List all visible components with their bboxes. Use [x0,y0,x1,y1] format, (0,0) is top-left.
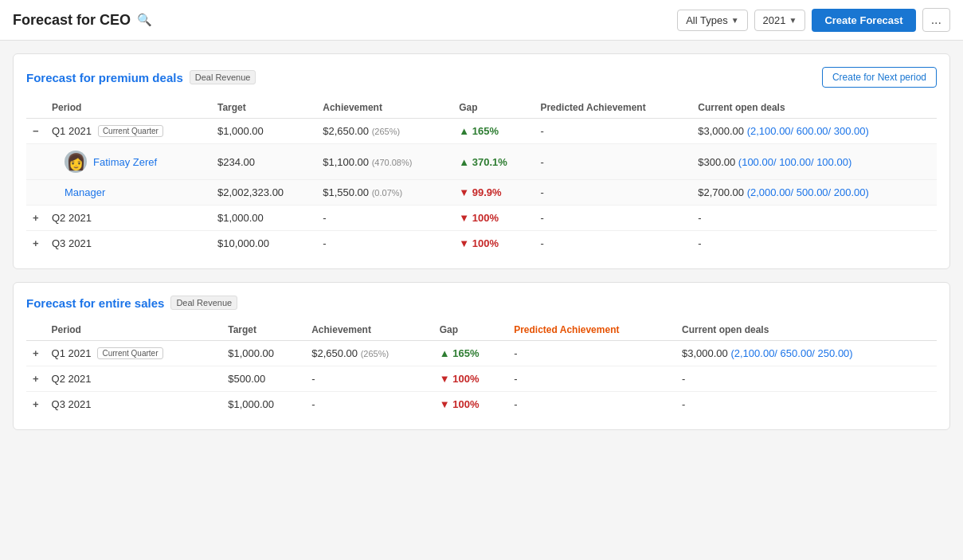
achievement-cell: - [316,206,452,231]
predicted-cell: - [534,144,691,180]
gap-cell: ▲ 370.1% [452,144,534,180]
forecast-premium-section: Forecast for premium deals Deal Revenue … [13,53,950,269]
col-open-deals: Current open deals [675,319,937,341]
section-header-premium: Forecast for premium deals Deal Revenue … [26,67,937,88]
premium-table-header: Period Target Achievement Gap Predicted … [26,97,937,119]
achievement-cell: - [316,231,452,257]
create-forecast-button[interactable]: Create Forecast [812,9,915,32]
predicted-cell: - [534,231,691,257]
target-cell: $10,000.00 [211,231,316,257]
table-row: + Q2 2021 $500.00 - ▼ 100% - - [26,366,937,392]
row-expand[interactable]: + [26,366,45,392]
col-achievement: Achievement [316,97,452,119]
target-cell: $1,000.00 [221,392,305,417]
entire-table: Period Target Achievement Gap Predicted … [26,319,937,417]
more-options-button[interactable]: ... [922,8,950,32]
table-row: + Q2 2021 $1,000.00 - ▼ 100% - - [26,206,937,231]
create-next-period-button[interactable]: Create for Next period [822,67,937,88]
section-badge-premium: Deal Revenue [190,70,256,84]
open-deals-cell: $3,000.00 (2,100.00/ 650.00/ 250.00) [675,341,937,366]
target-cell: $500.00 [221,366,305,392]
col-target: Target [221,319,305,341]
col-predicted: Predicted Achievement [507,319,675,341]
col-target: Target [211,97,316,119]
col-expand [26,319,45,341]
section-title-entire: Forecast for entire sales [26,296,164,310]
row-expand[interactable]: + [26,341,45,366]
row-expand[interactable]: − [26,119,45,144]
target-cell: $2,002,323.00 [211,180,316,206]
gap-cell: ▲ 165% [452,119,534,144]
target-cell: $234.00 [211,144,316,180]
header-left: Forecast for CEO 🔍 [13,12,152,29]
predicted-cell: - [507,341,675,366]
period-cell: Q3 2021 [45,231,211,257]
predicted-cell: - [507,366,675,392]
achievement-cell: - [305,366,433,392]
entire-table-body: + Q1 2021 Current Quarter $1,000.00 $2,6… [26,341,937,417]
gap-cell: ▼ 99.9% [452,180,534,206]
year-dropdown[interactable]: 2021 ▼ [754,10,806,31]
gap-cell: ▼ 100% [452,231,534,257]
target-cell: $1,000.00 [211,206,316,231]
row-expand[interactable]: + [26,231,45,257]
table-row: Manager $2,002,323.00 $1,550.00 (0.07%) … [26,180,937,206]
col-period: Period [45,319,222,341]
open-deals-cell: $300.00 (100.00/ 100.00/ 100.00) [691,144,937,180]
avatar: 👩 [65,151,87,173]
open-deals-cell: - [675,392,937,417]
premium-table: Period Target Achievement Gap Predicted … [26,97,937,256]
achievement-cell: $1,550.00 (0.07%) [316,180,452,206]
row-indent [26,180,45,206]
period-cell: 👩 Fatimay Zeref [45,144,211,180]
predicted-cell: - [507,392,675,417]
table-row: + Q3 2021 $1,000.00 - ▼ 100% - - [26,392,937,417]
target-cell: $1,000.00 [221,341,305,366]
col-achievement: Achievement [305,319,433,341]
col-expand [26,97,45,119]
row-expand[interactable]: + [26,392,45,417]
period-cell: Q2 2021 [45,366,222,392]
target-cell: $1,000.00 [211,119,316,144]
col-open-deals: Current open deals [691,97,937,119]
gap-cell: ▼ 100% [452,206,534,231]
open-deals-cell: $3,000.00 (2,100.00/ 600.00/ 300.00) [691,119,937,144]
search-icon[interactable]: 🔍 [137,13,152,27]
predicted-cell: - [534,180,691,206]
open-deals-cell: $2,700.00 (2,000.00/ 500.00/ 200.00) [691,180,937,206]
gap-cell: ▲ 165% [433,341,507,366]
all-types-dropdown[interactable]: All Types ▼ [677,10,747,31]
section-badge-entire: Deal Revenue [170,296,237,310]
forecast-entire-section: Forecast for entire sales Deal Revenue P… [13,282,950,430]
person-link[interactable]: Fatimay Zeref [93,156,157,168]
predicted-cell: - [534,119,691,144]
main-content: Forecast for premium deals Deal Revenue … [0,41,963,443]
gap-cell: ▼ 100% [433,392,507,417]
row-expand[interactable]: + [26,206,45,231]
row-indent [26,144,45,180]
chevron-down-icon: ▼ [731,16,739,25]
achievement-cell: - [305,392,433,417]
period-cell: Q3 2021 [45,392,222,417]
table-row: 👩 Fatimay Zeref $234.00 $1,100.00 (470.0… [26,144,937,180]
chevron-down-icon: ▼ [789,16,797,25]
col-predicted: Predicted Achievement [534,97,691,119]
section-header-entire: Forecast for entire sales Deal Revenue [26,296,937,310]
premium-table-body: − Q1 2021 Current Quarter $1,000.00 $2,6… [26,119,937,257]
open-deals-cell: - [675,366,937,392]
header-right: All Types ▼ 2021 ▼ Create Forecast ... [677,8,950,32]
manager-link[interactable]: Manager [65,186,105,198]
gap-cell: ▼ 100% [433,366,507,392]
table-row: + Q3 2021 $10,000.00 - ▼ 100% - - [26,231,937,257]
achievement-cell: $2,650.00 (265%) [316,119,452,144]
page-title: Forecast for CEO [13,12,131,29]
predicted-cell: - [534,206,691,231]
table-row: − Q1 2021 Current Quarter $1,000.00 $2,6… [26,119,937,144]
col-gap: Gap [452,97,534,119]
achievement-cell: $2,650.00 (265%) [305,341,433,366]
current-quarter-badge: Current Quarter [97,347,162,359]
open-deals-cell: - [691,231,937,257]
table-row: + Q1 2021 Current Quarter $1,000.00 $2,6… [26,341,937,366]
open-deals-cell: - [691,206,937,231]
current-quarter-badge: Current Quarter [98,125,163,137]
